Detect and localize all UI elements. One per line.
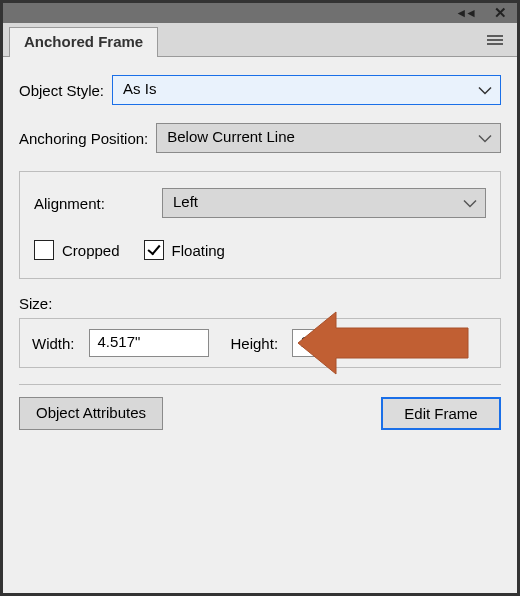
object-style-row: Object Style: As Is xyxy=(19,75,501,105)
checkbox-row: Cropped Floating xyxy=(34,240,486,260)
chevron-down-icon xyxy=(478,82,492,99)
panel-menu-icon[interactable] xyxy=(485,34,505,46)
anchoring-position-row: Anchoring Position: Below Current Line xyxy=(19,123,501,153)
object-style-value: As Is xyxy=(123,80,156,97)
size-label: Size: xyxy=(19,295,493,312)
cropped-checkbox[interactable]: Cropped xyxy=(34,240,120,260)
alignment-label: Alignment: xyxy=(34,195,154,212)
edit-frame-button[interactable]: Edit Frame xyxy=(381,397,501,430)
height-label: Height: xyxy=(231,335,279,352)
chevron-down-icon xyxy=(463,195,477,212)
alignment-value: Left xyxy=(173,193,198,210)
alignment-group: Alignment: Left Cropped Floating xyxy=(19,171,501,279)
collapse-icon[interactable]: ◄◄ xyxy=(455,6,475,20)
tab-anchored-frame[interactable]: Anchored Frame xyxy=(9,27,158,58)
chevron-down-icon xyxy=(478,130,492,147)
anchoring-position-select[interactable]: Below Current Line xyxy=(156,123,501,153)
floating-checkbox[interactable]: Floating xyxy=(144,240,225,260)
checkbox-box xyxy=(34,240,54,260)
panel-body: Object Style: As Is Anchoring Position: … xyxy=(3,57,517,593)
divider xyxy=(19,384,501,385)
close-icon[interactable]: ✕ xyxy=(494,4,507,22)
alignment-row: Alignment: Left xyxy=(34,188,486,218)
tab-row: Anchored Frame xyxy=(3,23,517,57)
button-row: Object Attributes Edit Frame xyxy=(19,397,501,430)
object-style-label: Object Style: xyxy=(19,82,104,99)
width-input[interactable]: 4.517" xyxy=(89,329,209,357)
anchored-frame-panel: ◄◄ ✕ Anchored Frame Object Style: As Is xyxy=(0,0,520,596)
height-input[interactable]: 2.084" xyxy=(292,329,412,357)
size-group: Width: 4.517" Height: 2.084" xyxy=(19,318,501,368)
checkbox-box-checked xyxy=(144,240,164,260)
cropped-label: Cropped xyxy=(62,242,120,259)
alignment-select[interactable]: Left xyxy=(162,188,486,218)
object-attributes-button[interactable]: Object Attributes xyxy=(19,397,163,430)
titlebar: ◄◄ ✕ xyxy=(3,3,517,23)
object-style-select[interactable]: As Is xyxy=(112,75,501,105)
anchoring-position-label: Anchoring Position: xyxy=(19,130,148,147)
anchoring-position-value: Below Current Line xyxy=(167,128,295,145)
width-label: Width: xyxy=(32,335,75,352)
floating-label: Floating xyxy=(172,242,225,259)
